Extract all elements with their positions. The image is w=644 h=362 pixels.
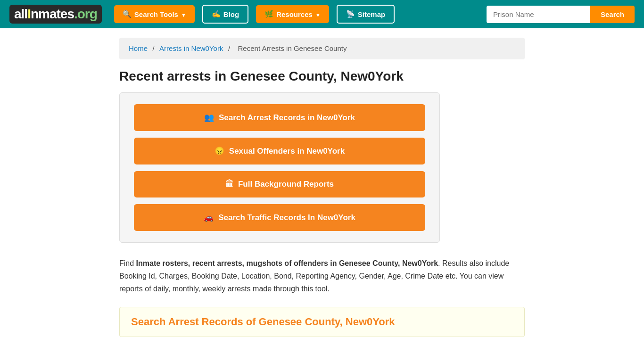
sitemap-button[interactable]: Sitemap <box>337 5 395 24</box>
blog-button[interactable]: Blog <box>202 5 248 24</box>
search-icon <box>123 10 132 18</box>
resources-button[interactable]: Resources <box>256 5 329 23</box>
logo-i: I <box>27 7 31 21</box>
site-logo[interactable]: allInmates.org <box>9 5 102 24</box>
section-heading: Search Arrest Records of Genesee County,… <box>131 316 513 328</box>
site-header: allInmates.org Search Tools Blog Resourc… <box>0 0 644 28</box>
car-icon <box>204 213 214 222</box>
people-icon <box>204 113 214 123</box>
page-title: Recent arrests in Genesee County, New0Yo… <box>119 69 525 84</box>
building-icon <box>225 180 233 189</box>
prison-search: Search <box>487 6 635 23</box>
background-reports-label: Full Background Reports <box>238 180 334 189</box>
description-bold: Inmate rosters, recent arrests, mugshots… <box>136 259 438 267</box>
resources-dropdown-arrow <box>315 10 321 18</box>
breadcrumb-home[interactable]: Home <box>129 44 148 52</box>
arrest-records-button[interactable]: Search Arrest Records in New0York <box>134 104 425 131</box>
sitemap-icon <box>346 10 355 18</box>
sex-offenders-label: Sexual Offenders in New0York <box>229 147 345 156</box>
description-text: Find Inmate rosters, recent arrests, mug… <box>119 257 525 296</box>
section-heading-box: Search Arrest Records of Genesee County,… <box>119 307 525 337</box>
traffic-records-label: Search Traffic Records In New0York <box>218 213 355 222</box>
blog-icon <box>212 10 221 18</box>
logo-all: all <box>14 7 27 21</box>
breadcrumb: Home / Arrests in New0York / Recent Arre… <box>119 38 525 59</box>
sex-offenders-button[interactable]: Sexual Offenders in New0York <box>134 138 425 165</box>
search-button-label: Search <box>601 10 624 18</box>
search-tools-label: Search Tools <box>134 10 178 18</box>
logo-org: .org <box>74 7 97 21</box>
breadcrumb-sep2: / <box>228 44 230 52</box>
resources-label: Resources <box>276 10 313 18</box>
sitemap-label: Sitemap <box>358 10 385 18</box>
breadcrumb-arrests[interactable]: Arrests in New0York <box>159 44 223 52</box>
logo-text: allInmates.org <box>9 5 102 24</box>
traffic-records-button[interactable]: Search Traffic Records In New0York <box>134 204 425 231</box>
breadcrumb-sep1: / <box>152 44 154 52</box>
offender-icon <box>215 146 224 156</box>
action-button-box: Search Arrest Records in New0York Sexual… <box>119 92 440 243</box>
logo-nmates: nmates <box>31 7 74 21</box>
resources-icon <box>264 10 273 18</box>
search-button[interactable]: Search <box>590 6 635 23</box>
breadcrumb-current: Recent Arrests in Genesee County <box>238 44 347 52</box>
blog-label: Blog <box>223 10 239 18</box>
arrest-records-label: Search Arrest Records in New0York <box>219 113 355 123</box>
search-tools-button[interactable]: Search Tools <box>114 5 195 23</box>
description-prefix: Find <box>119 259 136 267</box>
background-reports-button[interactable]: Full Background Reports <box>134 171 425 197</box>
search-tools-dropdown-arrow <box>181 10 186 18</box>
prison-name-input[interactable] <box>487 6 590 23</box>
main-content: Home / Arrests in New0York / Recent Arre… <box>110 38 534 356</box>
